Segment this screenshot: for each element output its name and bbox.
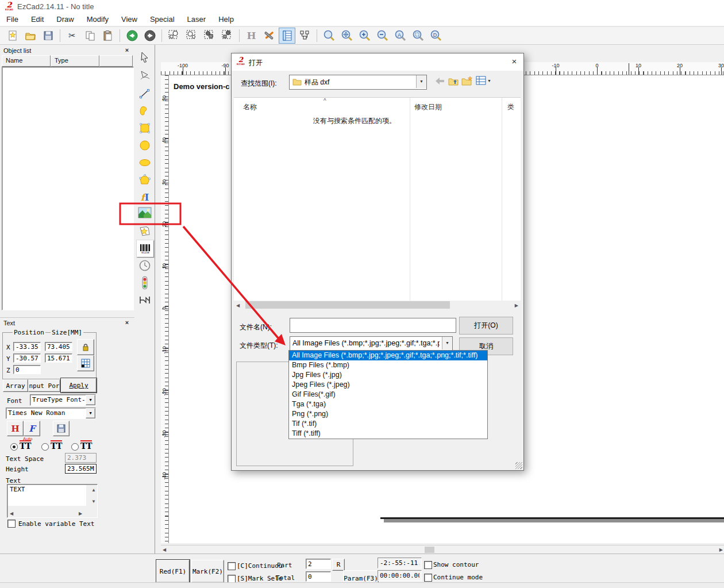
part-count-field[interactable]	[306, 559, 331, 569]
scroll-down-icon[interactable]: ▼	[91, 498, 96, 505]
hscroll-left-icon[interactable]: ◀	[163, 547, 166, 553]
file-column-name[interactable]: 名称	[243, 102, 257, 112]
select-tool-icon[interactable]	[137, 49, 153, 66]
file-type-option[interactable]: Gif Files(*.gif)	[289, 390, 487, 399]
y-size-field[interactable]	[45, 353, 72, 363]
reset-part-button[interactable]: R	[332, 559, 345, 571]
mark-selected-checkbox[interactable]	[228, 575, 236, 583]
menu-item-special[interactable]: Special	[144, 13, 181, 25]
list-hscrollbar[interactable]: ◀ ▶	[234, 301, 521, 310]
lock-size-button[interactable]	[77, 339, 94, 355]
apply-button[interactable]: Apply	[61, 378, 97, 393]
scroll-right-icon[interactable]: ▶	[79, 510, 82, 517]
copy-icon[interactable]	[82, 28, 98, 44]
text-content-value[interactable]: TEXT	[8, 485, 86, 506]
new-folder-icon[interactable]	[461, 76, 473, 86]
scroll-left-icon[interactable]: ◀	[10, 510, 13, 517]
text-tool-icon[interactable]: fI	[137, 189, 153, 205]
view-menu-icon[interactable]: ▼	[476, 76, 491, 85]
menu-item-edit[interactable]: Edit	[25, 13, 50, 25]
file-type-option[interactable]: Bmp Files (*.bmp)	[289, 360, 487, 370]
anchor-grid-button[interactable]	[77, 355, 94, 371]
italic-font-button[interactable]: F	[24, 421, 40, 436]
red-f1-button[interactable]: Red(F1)	[156, 560, 190, 583]
object-list-close-icon[interactable]: ×	[123, 47, 131, 54]
menu-item-view[interactable]: View	[115, 13, 144, 25]
line-tool-icon[interactable]	[137, 86, 153, 102]
paste-icon[interactable]	[99, 28, 116, 44]
input-port-button[interactable]: nput Por	[28, 379, 60, 392]
look-in-dropdown-icon[interactable]: ▼	[416, 75, 426, 88]
file-type-option[interactable]: All Image Files (*.bmp;*.jpg;*.jpeg;*.gi…	[289, 351, 487, 360]
barcode-tool-icon[interactable]: 01234	[137, 240, 154, 258]
x-position-field[interactable]	[13, 342, 41, 351]
file-column-modified[interactable]: 修改日期	[414, 102, 442, 112]
zoom-window-icon[interactable]	[321, 28, 337, 44]
hatch-text-button[interactable]: H	[7, 421, 24, 436]
redo-icon[interactable]	[141, 28, 158, 44]
file-type-dropdown-icon[interactable]: ▼	[442, 337, 452, 349]
scroll-up-icon[interactable]: ▲	[91, 487, 96, 493]
mark-f2-button[interactable]: Mark(F2)	[191, 560, 224, 583]
char-space-edge-radio[interactable]	[71, 443, 79, 451]
file-type-option[interactable]: Jpg Files (*.jpg)	[289, 370, 487, 380]
open-icon[interactable]	[22, 28, 38, 44]
file-type-option[interactable]: Tiff (*.tiff)	[289, 429, 487, 439]
bitmap-image-tool-icon[interactable]	[137, 205, 153, 221]
canvas-hscrollbar[interactable]: ◀ ▶	[161, 545, 724, 554]
pick-object-icon[interactable]	[165, 28, 182, 44]
delay-tool-icon[interactable]	[137, 258, 153, 274]
height-field[interactable]	[65, 464, 97, 474]
zoom-page-icon[interactable]: D	[428, 28, 444, 44]
file-type-option[interactable]: Tif (*.tif)	[289, 419, 487, 429]
column-header-name[interactable]: Name	[2, 55, 51, 67]
dialog-title-bar[interactable]: 2 EZCAD 打开 ×	[232, 53, 523, 71]
zoom-object-icon[interactable]	[410, 28, 426, 44]
open-button[interactable]: 打开(O)	[459, 317, 513, 335]
pick-node-icon[interactable]	[183, 28, 200, 44]
ellipse-tool-icon[interactable]	[137, 155, 153, 171]
z-position-field[interactable]	[13, 365, 41, 374]
new-icon[interactable]	[4, 28, 21, 44]
menu-item-file[interactable]: File	[0, 13, 25, 25]
font-type-combobox[interactable]: TrueType Font-15 ▼	[30, 394, 96, 406]
list-scroll-right-icon[interactable]: ▶	[515, 302, 518, 309]
file-name-input[interactable]	[290, 318, 456, 333]
enable-variable-text-checkbox[interactable]	[7, 520, 16, 528]
zoom-in-icon[interactable]	[356, 28, 373, 44]
cut-icon[interactable]: ✂	[64, 28, 80, 44]
polygon-tool-icon[interactable]	[137, 172, 153, 188]
y-position-field[interactable]	[13, 353, 41, 363]
file-type-option[interactable]: Jpeg Files (*.jpeg)	[289, 380, 487, 390]
font-name-combobox[interactable]: Times New Roman ▼	[6, 408, 96, 419]
char-space-center-radio[interactable]	[41, 443, 49, 451]
char-space-auto-radio[interactable]	[10, 443, 18, 451]
curve-tool-icon[interactable]	[137, 103, 153, 119]
dialog-close-icon[interactable]: ×	[509, 56, 520, 67]
text-panel-close-icon[interactable]: ×	[123, 319, 131, 326]
undo-icon[interactable]	[124, 28, 140, 44]
font-type-dropdown-icon[interactable]: ▼	[86, 395, 95, 405]
show-contour-checkbox[interactable]	[424, 561, 432, 569]
list-scroll-thumb[interactable]	[245, 301, 450, 309]
list-scroll-left-icon[interactable]: ◀	[236, 302, 240, 309]
column-header-type[interactable]: Type	[51, 55, 99, 67]
continue-mode-checkbox[interactable]	[424, 574, 432, 582]
resize-grip[interactable]	[515, 462, 522, 469]
menu-item-help[interactable]: Help	[212, 13, 240, 25]
save-font-param-button[interactable]	[53, 421, 70, 436]
file-column-type[interactable]: 类	[507, 102, 514, 112]
zoom-move-icon[interactable]	[338, 28, 355, 44]
menu-item-draw[interactable]: Draw	[50, 13, 80, 25]
up-folder-icon[interactable]	[448, 76, 459, 86]
menu-item-laser[interactable]: Laser	[181, 13, 213, 25]
back-nav-icon[interactable]	[435, 77, 445, 85]
object-property-icon[interactable]	[279, 28, 295, 44]
font-name-dropdown-icon[interactable]: ▼	[86, 408, 95, 418]
save-icon[interactable]	[40, 28, 56, 44]
x-size-field[interactable]	[45, 342, 72, 351]
input-output-tool-icon[interactable]	[137, 275, 153, 291]
encoder-distance-tool-icon[interactable]	[137, 292, 153, 308]
rectangle-tool-icon[interactable]	[137, 120, 153, 136]
zoom-out-icon[interactable]	[374, 28, 391, 44]
